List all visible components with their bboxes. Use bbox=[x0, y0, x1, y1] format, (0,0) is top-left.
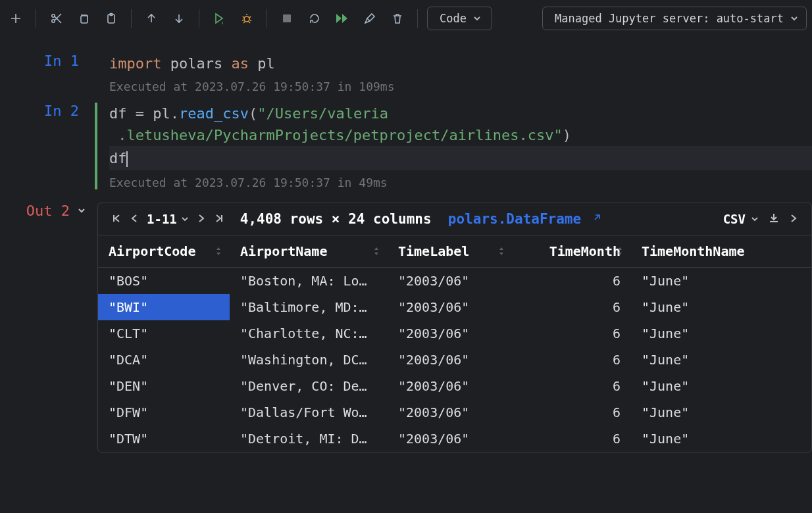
table-row[interactable]: "DFW""Dallas/Fort Wo…"2003/06"6"June" bbox=[98, 399, 811, 426]
run-cell-button[interactable] bbox=[209, 8, 230, 29]
table-row[interactable]: "DEN""Denver, CO: De…"2003/06"6"June" bbox=[98, 373, 811, 399]
debug-cell-button[interactable] bbox=[236, 8, 257, 29]
notebook-toolbar: Code Managed Jupyter server: auto-start bbox=[0, 0, 812, 37]
move-down-button[interactable] bbox=[168, 8, 190, 29]
text-cursor bbox=[126, 151, 128, 167]
restart-kernel-button[interactable] bbox=[304, 8, 325, 29]
export-dropdown[interactable]: CSV bbox=[723, 212, 759, 226]
table-row[interactable]: "BWI""Baltimore, MD:…"2003/06"6"June" bbox=[98, 294, 811, 320]
copy-button[interactable] bbox=[73, 8, 94, 29]
table-row[interactable]: "BOS""Boston, MA: Lo…"2003/06"6"June" bbox=[98, 268, 811, 295]
run-all-icon bbox=[336, 12, 349, 24]
sort-icon bbox=[215, 247, 222, 256]
svg-rect-2 bbox=[81, 16, 88, 23]
trash-icon bbox=[392, 12, 403, 24]
stop-button[interactable] bbox=[276, 8, 297, 29]
in-prompt: In 2 bbox=[0, 103, 97, 119]
code-cell[interactable]: In 2 df = pl.read_csv("/Users/valeria .l… bbox=[0, 103, 812, 189]
execution-status: Executed at 2023.07.26 19:50:37 in 49ms bbox=[109, 176, 812, 189]
stop-icon bbox=[282, 13, 292, 24]
dataframe-output: 1-11 4,408 rows × 24 columns polars.Data… bbox=[97, 203, 812, 452]
chevron-down-icon bbox=[473, 14, 481, 22]
clear-outputs-button[interactable] bbox=[359, 8, 380, 29]
column-header[interactable]: TimeMonthName bbox=[631, 235, 811, 268]
last-page-button[interactable] bbox=[214, 212, 224, 226]
output-cell: Out 2 1-11 4,408 rows × 24 colum bbox=[0, 203, 812, 452]
out-prompt: Out 2 bbox=[26, 203, 70, 219]
cut-button[interactable] bbox=[45, 8, 66, 29]
jupyter-server-dropdown[interactable]: Managed Jupyter server: auto-start bbox=[542, 7, 807, 30]
chevron-right-icon bbox=[789, 213, 798, 224]
next-page-button[interactable] bbox=[197, 212, 206, 226]
copy-icon bbox=[78, 12, 89, 24]
code-cell[interactable]: In 1 import polars as pl Executed at 202… bbox=[0, 53, 812, 93]
column-header[interactable]: AirportCode bbox=[98, 235, 230, 268]
external-link-icon bbox=[592, 213, 601, 222]
chevron-down-icon bbox=[751, 215, 759, 223]
clipboard-icon bbox=[105, 12, 117, 24]
download-button[interactable] bbox=[768, 212, 780, 226]
first-page-button[interactable] bbox=[111, 212, 122, 226]
paste-button[interactable] bbox=[101, 8, 122, 29]
more-output-button[interactable] bbox=[789, 212, 798, 226]
table-row[interactable]: "CLT""Charlotte, NC:…"2003/06"6"June" bbox=[98, 320, 811, 347]
dataframe-table: AirportCode AirportName TimeLabel TimeMo… bbox=[98, 235, 811, 452]
chevron-down-icon bbox=[181, 215, 189, 223]
sort-icon bbox=[498, 247, 505, 256]
summary-text: 4,408 rows × 24 columns bbox=[240, 211, 432, 227]
svg-rect-6 bbox=[283, 14, 291, 22]
table-row[interactable]: "DTW""Detroit, MI: D…"2003/06"6"June" bbox=[98, 426, 811, 452]
chevron-down-icon bbox=[76, 205, 87, 216]
download-icon bbox=[768, 212, 780, 224]
chevron-down-icon bbox=[790, 14, 798, 22]
jupyter-server-label: Managed Jupyter server: auto-start bbox=[555, 12, 784, 25]
scissors-icon bbox=[50, 12, 62, 24]
collapse-output-toggle[interactable] bbox=[76, 203, 87, 219]
page-range-dropdown[interactable]: 1-11 bbox=[147, 212, 189, 226]
chevron-left-icon bbox=[130, 213, 139, 224]
cell-type-label: Code bbox=[440, 12, 467, 25]
arrow-down-icon bbox=[173, 12, 185, 24]
first-page-icon bbox=[111, 213, 122, 224]
notebook: In 1 import polars as pl Executed at 202… bbox=[0, 37, 812, 452]
column-header[interactable]: AirportName bbox=[230, 235, 388, 268]
svg-point-5 bbox=[244, 16, 249, 22]
prev-page-button[interactable] bbox=[130, 212, 139, 226]
chevron-right-icon bbox=[197, 213, 206, 224]
arrow-up-icon bbox=[145, 12, 157, 24]
plus-icon bbox=[10, 12, 22, 24]
sort-icon bbox=[373, 247, 380, 256]
type-link[interactable]: polars.DataFrame bbox=[448, 211, 581, 227]
in-prompt: In 1 bbox=[0, 53, 97, 69]
last-page-icon bbox=[214, 213, 224, 224]
sort-icon bbox=[617, 247, 623, 256]
broom-icon bbox=[364, 12, 376, 24]
delete-cell-button[interactable] bbox=[387, 8, 408, 29]
restart-icon bbox=[309, 12, 320, 24]
run-all-button[interactable] bbox=[332, 8, 353, 29]
column-header[interactable]: TimeLabel bbox=[388, 235, 513, 268]
bug-icon bbox=[241, 12, 253, 24]
run-cursor-icon bbox=[213, 12, 225, 24]
add-cell-button[interactable] bbox=[5, 8, 26, 29]
move-up-button[interactable] bbox=[141, 8, 162, 29]
table-row[interactable]: "DCA""Washington, DC…"2003/06"6"June" bbox=[98, 347, 811, 373]
column-header[interactable]: TimeMonth bbox=[513, 235, 631, 268]
cell-type-dropdown[interactable]: Code bbox=[427, 7, 492, 30]
execution-status: Executed at 2023.07.26 19:50:37 in 109ms bbox=[109, 80, 812, 93]
